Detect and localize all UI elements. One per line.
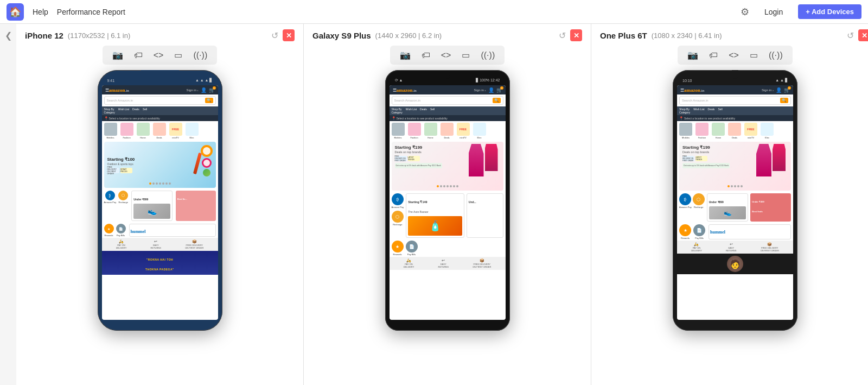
tag-icon-iphone12[interactable]: 🏷 — [131, 49, 146, 61]
devices-area: iPhone 12 (1170x2532 | 6.1 in) ↺ ✕ 📷 🏷 <… — [16, 24, 868, 385]
tag-icon-oneplus[interactable]: 🏷 — [706, 49, 721, 61]
phone-frame-iphone12: 9:41 ▲ ▲ ▲ ▊ ☰ amazon.in Sign in › 👤 🛒 0 — [98, 70, 222, 331]
amz-nav-galaxy: Shop ByCategory Wish List Deals Sell — [390, 106, 506, 115]
person-image-oneplus: 🧑 — [727, 256, 743, 272]
help-link[interactable]: Help — [33, 8, 48, 16]
screen-icon-oneplus[interactable]: ▭ — [746, 49, 761, 61]
device-col-oneplus: One Plus 6T (1080 x 2340 | 6.41 in) ↺ ✕ … — [591, 24, 868, 385]
device-header-oneplus: One Plus 6T (1080 x 2340 | 6.41 in) ↺ ✕ — [591, 29, 868, 46]
wifi-icon-galaxy[interactable]: ((·)) — [477, 49, 498, 61]
amz-search-iphone12[interactable]: Search Amazon.in 🔍 — [104, 96, 216, 105]
device-header-galaxy: Galaxy S9 Plus (1440 x 2960 | 6.2 in) ↺ … — [304, 29, 591, 46]
amz-quicklinks-iphone12: ₿ Amazon Pay ⬡ Recharge Under ₹899 👟 — [102, 189, 218, 223]
phone-frame-oneplus: 10:10 ▲ ▲ ▊ ☰ amazon.in Sign in › 👤 🛒 0 — [673, 70, 797, 331]
code-icon-oneplus[interactable]: <> — [725, 49, 742, 61]
code-icon-galaxy[interactable]: <> — [438, 49, 455, 61]
wifi-icon-oneplus[interactable]: ((·)) — [765, 49, 786, 61]
page-title: Performance Report — [57, 8, 125, 16]
refresh-icon-galaxy[interactable]: ↺ — [559, 30, 566, 41]
phone-screen-iphone12[interactable]: ☰ amazon.in Sign in › 👤 🛒 0 Search Amazo… — [102, 85, 218, 320]
phone-screen-oneplus[interactable]: ☰ amazon.in Sign in › 👤 🛒 0 Search Amazo… — [677, 85, 793, 320]
main-area: ❮ iPhone 12 (1170x2532 | 6.1 in) ↺ ✕ 📷 🏷… — [0, 24, 868, 385]
amz-search-galaxy[interactable]: Search Amazon.in 🔍 — [392, 96, 503, 105]
tag-icon-galaxy[interactable]: 🏷 — [418, 49, 433, 61]
amz-banner-oneplus: Starting ₹199 Deals on top brands FREE D… — [679, 142, 791, 191]
camera-icon-oneplus[interactable]: 📷 — [684, 49, 701, 61]
device-specs-oneplus: (1080 x 2340 | 6.41 in) — [652, 31, 722, 40]
amz-categories-iphone12: Mobiles Fashion Home Deals — [102, 121, 218, 141]
dress-decoration-oneplus — [756, 144, 789, 187]
amz-categories-galaxy: Mobiles Fashion Home Deals — [390, 121, 506, 141]
settings-icon[interactable]: ⚙ — [741, 6, 749, 18]
amz-header-galaxy: ☰ amazon.in Sign in › 👤 🛒 0 — [390, 85, 506, 94]
wifi-icon-iphone12[interactable]: ((·)) — [190, 49, 210, 61]
phone-screen-galaxy[interactable]: ☰ amazon.in Sign in › 👤 🛒 0 Search Amazo… — [390, 85, 506, 320]
device-name-galaxy: Galaxy S9 Plus — [312, 31, 371, 40]
code-icon-iphone12[interactable]: <> — [150, 49, 167, 61]
amz-location-galaxy: 📍 Select a location to see product avail… — [390, 115, 506, 121]
amz-banner-galaxy: Starting ₹199 Deals on top brands FREE D… — [392, 142, 503, 191]
close-button-iphone12[interactable]: ✕ — [283, 29, 295, 41]
device-col-galaxy: Galaxy S9 Plus (1440 x 2960 | 6.2 in) ↺ … — [304, 24, 591, 385]
close-button-galaxy[interactable]: ✕ — [570, 29, 582, 41]
screen-icon-iphone12[interactable]: ▭ — [171, 49, 186, 61]
amz-footer-oneplus: 🛵 PAY ONDELIVERY ↩ EASYRETURNS 📦 FREE DE… — [677, 241, 793, 254]
device-name-oneplus: One Plus 6T — [600, 31, 647, 40]
device-toolbar-galaxy: 📷 🏷 <> ▭ ((·)) — [390, 46, 505, 65]
dress-decoration-galaxy — [469, 144, 501, 187]
camera-icon-galaxy[interactable]: 📷 — [397, 49, 414, 61]
device-col-iphone12: iPhone 12 (1170x2532 | 6.1 in) ↺ ✕ 📷 🏷 <… — [16, 24, 304, 385]
device-specs-iphone12: (1170x2532 | 6.1 in) — [68, 31, 130, 40]
logo-icon[interactable]: 🏠 — [7, 3, 24, 21]
status-bar-iphone12: 9:41 ▲ ▲ ▲ ▊ — [102, 77, 218, 84]
login-link[interactable]: Login — [764, 8, 783, 16]
refresh-icon-iphone12[interactable]: ↺ — [271, 30, 278, 41]
refresh-icon-oneplus[interactable]: ↺ — [847, 30, 854, 41]
amz-banner-iphone12: Starting ₹100 Outdoor & sports toys FREE… — [104, 142, 216, 188]
add-devices-button[interactable]: + Add Devices — [798, 4, 861, 19]
iphone-notch — [141, 70, 179, 78]
phone-frame-galaxy: ⟳ ▲ ▊ 100% 12:42 ☰ amazon.in Sign in › 👤… — [385, 70, 510, 331]
close-button-oneplus[interactable]: ✕ — [858, 29, 868, 41]
amz-nav-iphone12: Shop ByCategory Wish List Deals Sell — [102, 106, 218, 115]
oneplus-notch — [732, 70, 738, 79]
amz-search-oneplus[interactable]: Search Amazon.in 🔍 — [679, 96, 791, 105]
camera-icon-iphone12[interactable]: 📷 — [109, 49, 126, 61]
galaxy-punch-hole — [445, 74, 450, 79]
amz-location-iphone12: 📍 Select a location to see product avail… — [102, 115, 218, 121]
device-header-iphone12: iPhone 12 (1170x2532 | 6.1 in) ↺ ✕ — [16, 29, 303, 46]
amz-footer-galaxy: 🛵 PAY ONDELIVERY ↩ EASYRETURNS 📦 FREE DE… — [390, 257, 506, 270]
amz-header-iphone12: ☰ amazon.in Sign in › 👤 🛒 0 — [102, 85, 218, 94]
topnav: 🏠 Help Performance Report ⚙ Login + Add … — [0, 0, 868, 24]
device-toolbar-iphone12: 📷 🏷 <> ▭ ((·)) — [103, 46, 217, 65]
device-toolbar-oneplus: 📷 🏷 <> ▭ ((·)) — [678, 46, 792, 65]
amz-header-oneplus: ☰ amazon.in Sign in › 👤 🛒 0 — [677, 85, 793, 94]
sidebar-toggle[interactable]: ❮ — [0, 24, 16, 385]
amz-nav-oneplus: Shop ByCategory Wish List Deals Sell — [677, 106, 793, 115]
chevron-left-icon: ❮ — [5, 30, 12, 41]
device-name-iphone12: iPhone 12 — [25, 31, 63, 40]
device-specs-galaxy: (1440 x 2960 | 6.2 in) — [375, 31, 442, 40]
screen-icon-galaxy[interactable]: ▭ — [458, 49, 473, 61]
amz-categories-oneplus: Mobiles Fashion Home Deals — [677, 121, 793, 141]
amz-location-oneplus: 📍 Select a location to see product avail… — [677, 115, 793, 121]
amz-footer-iphone12: 🛵 PAY ONDELIVERY ↩ EASYRETURNS 📦 FREE DE… — [102, 238, 218, 251]
